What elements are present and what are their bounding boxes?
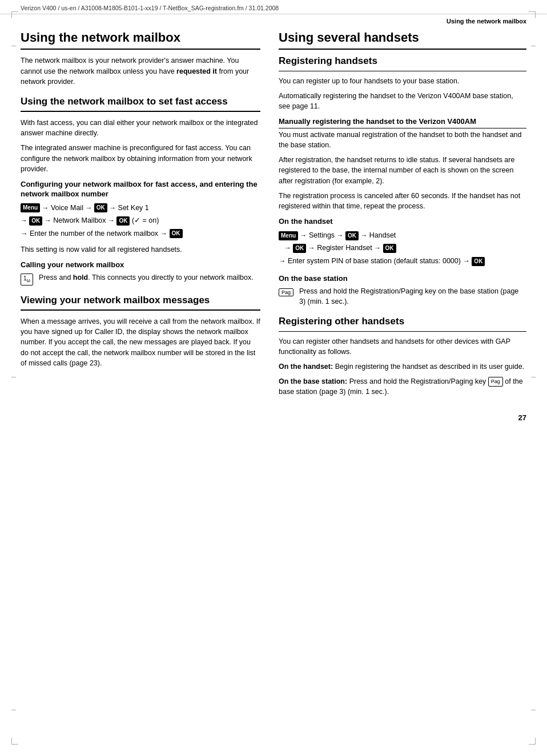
section3: Viewing your network mailbox messages Wh… <box>21 295 260 368</box>
h-ok4: OK <box>472 257 485 266</box>
base-pag-key: Pag <box>488 377 503 387</box>
base-key-container: Pag <box>279 287 293 296</box>
ok-key1: OK <box>94 203 107 212</box>
r-section3-body2: After registration, the handset returns … <box>279 155 526 186</box>
base-instruction: Pag Press and hold the Registration/Pagi… <box>279 286 526 307</box>
base-text: Press and hold the Registration/Paging k… <box>299 286 526 307</box>
tick-right-bot <box>531 710 536 710</box>
arrow1: → <box>42 203 51 211</box>
arrow3: → <box>109 203 118 211</box>
handset-formula2: → OK → Register Handset → OK <box>279 242 526 255</box>
ok-key4: OK <box>170 229 183 238</box>
section2: Using the network mailbox to set fast ac… <box>21 96 260 285</box>
right-column: Using several handsets Registering hands… <box>279 30 526 402</box>
h-ok3: OK <box>383 244 396 253</box>
voice-mail-text: Voice Mail <box>51 204 83 212</box>
config-heading: Configuring your network mailbox for fas… <box>21 180 260 199</box>
section2-rule <box>21 111 260 112</box>
paren-text: (✓ = on) <box>132 216 159 224</box>
section3-rule <box>21 309 260 311</box>
header-file-path: Verizon V400 / us-en / A31008-M1805-B101… <box>21 5 279 11</box>
h-settings-text: Settings <box>309 231 335 239</box>
section1-bold: requested it <box>176 67 217 75</box>
on-handset-heading: On the handset <box>279 217 526 227</box>
h-arrow1: → <box>300 231 309 239</box>
calling-text: Press and hold. This connects you direct… <box>39 272 254 283</box>
on-handset-rest: Begin registering the handset as describ… <box>335 363 524 371</box>
calling-instruction: 1ω Press and hold. This connects you dir… <box>21 272 260 285</box>
left-column: Using the network mailbox The network ma… <box>21 30 260 402</box>
r-section4-body3: On the base station: Press and hold the … <box>279 376 526 397</box>
enter-text: → Enter the number of the network mailbo… <box>21 230 170 238</box>
h-arrow6: → <box>374 244 383 252</box>
r-section3-body3: The registration process is canceled aft… <box>279 191 526 211</box>
key-1w: 1ω <box>21 274 33 285</box>
r-section3: Manually registering the handset to the … <box>279 117 526 307</box>
on-base-rest: Press and hold the Registration/Paging k… <box>349 377 486 385</box>
on-handset-bold: On the handset: <box>279 363 333 371</box>
network-mailbox-text: Network Mailbox <box>53 216 106 224</box>
h-register-text: Register Handset <box>317 244 372 252</box>
r-section4-title: Registering other handsets <box>279 316 526 327</box>
corner-bl <box>11 738 18 745</box>
h-arrow2: → <box>337 231 345 239</box>
r-section2-title: Registering handsets <box>279 55 526 67</box>
formula-line3: → Enter the number of the network mailbo… <box>21 227 260 240</box>
arrow4: → <box>21 216 29 224</box>
on-base-heading: On the base station <box>279 274 526 284</box>
section2-body1: With fast access, you can dial either yo… <box>21 118 260 138</box>
r-section4-body2: On the handset: Begin registering the ha… <box>279 361 526 372</box>
r-section1-title: Using several handsets <box>279 30 526 45</box>
r-section2-body1: You can register up to four handsets to … <box>279 76 526 86</box>
r-section2-rule <box>279 71 526 71</box>
calling-key-container: 1ω <box>21 274 33 285</box>
page-header: Verizon V400 / us-en / A31008-M1805-B101… <box>0 0 547 14</box>
r-section4-rule <box>279 331 526 332</box>
h-menu-key: Menu <box>279 231 298 240</box>
ok-key3: OK <box>116 216 130 226</box>
h-ok2: OK <box>293 244 306 253</box>
formula-note: This setting is now valid for all regist… <box>21 244 260 255</box>
menu-key: Menu <box>21 203 40 212</box>
section1-rule <box>21 49 260 50</box>
set-key-text: Set Key 1 <box>118 204 149 212</box>
page-number: 27 <box>0 402 547 428</box>
main-columns: Using the network mailbox The network ma… <box>0 30 547 402</box>
on-base-bold: On the base station: <box>279 377 347 385</box>
h-handset-text: Handset <box>369 231 396 239</box>
handset-formula1: Menu → Settings → OK → Handset <box>279 229 526 242</box>
h-arrow5: → <box>308 244 317 252</box>
corner-br <box>529 738 536 745</box>
r-section4-body1: You can register other handsets and hand… <box>279 336 526 357</box>
section2-title: Using the network mailbox to set fast ac… <box>21 96 260 107</box>
page: Version 4, 16.09.2005 Verizon V400 / us-… <box>0 0 547 756</box>
arrow6: → <box>108 216 116 224</box>
formula-line1: Menu → Voice Mail → OK → Set Key 1 <box>21 202 260 215</box>
arrow2: → <box>85 203 94 211</box>
tick-left-bot <box>11 710 16 710</box>
arrow5: → <box>45 216 53 224</box>
section1-title: Using the network mailbox <box>21 30 260 45</box>
running-header: Using the network mailbox <box>0 14 547 25</box>
r-section1-rule <box>279 49 526 50</box>
formula-line2: → OK → Network Mailbox → OK (✓ = on) <box>21 214 260 227</box>
handset-formula3: → Enter system PIN of base station (defa… <box>279 255 526 268</box>
h-ok1: OK <box>345 231 359 240</box>
header-spacer <box>525 5 526 11</box>
section2-body2: The integrated answer machine is preconf… <box>21 143 260 174</box>
section3-title: Viewing your network mailbox messages <box>21 295 260 306</box>
key-page: Pag <box>279 288 293 296</box>
h-pin-text: → Enter system PIN of base station (defa… <box>279 257 472 265</box>
r-section2-body2: Automatically registering the handset to… <box>279 91 526 111</box>
ok-key2: OK <box>29 216 42 226</box>
section1-body: The network mailbox is your network prov… <box>21 55 260 86</box>
section3-body: When a message arrives, you will receive… <box>21 316 260 368</box>
r-section3-title: Manually registering the handset to the … <box>279 117 526 128</box>
h-arrow4: → <box>279 244 293 252</box>
r-section4: Registering other handsets You can regis… <box>279 316 526 397</box>
calling-heading: Calling your network mailbox <box>21 260 260 270</box>
r-section3-body1: You must activate manual registration of… <box>279 130 526 150</box>
r-section2: Registering handsets You can register up… <box>279 55 526 111</box>
h-arrow3: → <box>360 231 369 239</box>
